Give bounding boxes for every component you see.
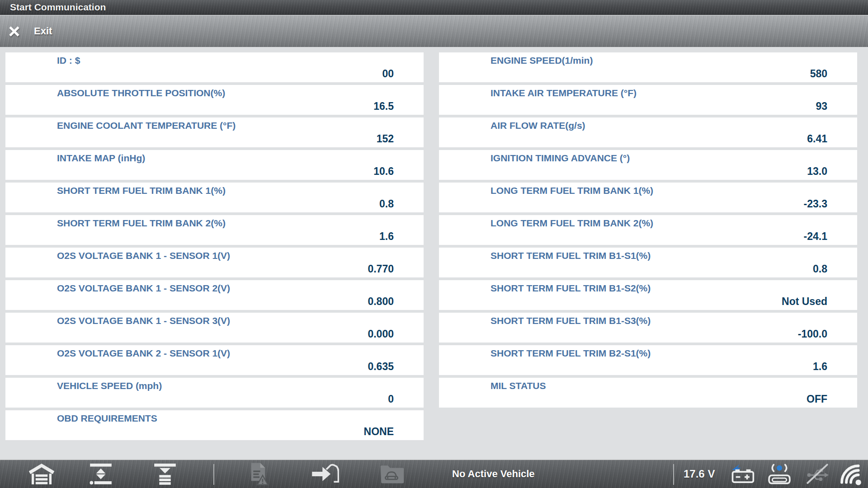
- expand-data-rows-icon: [89, 463, 113, 485]
- title-bar: Start Communication: [0, 0, 868, 15]
- parameter-label: SHORT TERM FUEL TRIM B1-S3(%): [491, 315, 651, 326]
- parameter-value: 0: [388, 393, 394, 405]
- battery-status-button[interactable]: [729, 464, 755, 484]
- toolbar-divider: [213, 464, 214, 485]
- parameter-value: -100.0: [798, 328, 827, 340]
- wifi-signal-icon: [837, 461, 863, 487]
- parameter-label: INTAKE AIR TEMPERATURE (°F): [491, 88, 637, 99]
- parameter-value: 13.0: [807, 165, 827, 178]
- parameter-grid: ID : $ 00 ABSOLUTE THROTTLE POSITION(%) …: [0, 47, 868, 459]
- trouble-codes-document-icon: [248, 462, 269, 486]
- parameter-row[interactable]: O2S VOLTAGE BANK 1 - SENSOR 3(V) 0.000: [5, 313, 424, 343]
- parameter-label: ENGINE COOLANT TEMPERATURE (°F): [57, 120, 236, 131]
- parameter-label: SHORT TERM FUEL TRIM BANK 2(%): [57, 218, 226, 229]
- parameter-row[interactable]: SHORT TERM FUEL TRIM B1-S3(%) -100.0: [439, 313, 857, 343]
- parameter-row[interactable]: ABSOLUTE THROTTLE POSITION(%) 16.5: [5, 85, 424, 115]
- vci-status-button[interactable]: [767, 464, 792, 484]
- parameter-row[interactable]: AIR FLOW RATE(g/s) 6.41: [439, 117, 857, 147]
- parameter-row[interactable]: IGNITION TIMING ADVANCE (°) 13.0: [439, 150, 857, 180]
- parameter-value: 580: [810, 68, 827, 80]
- parameter-value: -23.3: [804, 198, 827, 210]
- parameter-value: 0.635: [368, 361, 394, 373]
- parameter-label: ENGINE SPEED(1/min): [491, 55, 593, 66]
- parameter-label: LONG TERM FUEL TRIM BANK 1(%): [491, 185, 653, 196]
- parameter-value: 0.000: [368, 328, 394, 340]
- parameter-label: O2S VOLTAGE BANK 2 - SENSOR 1(V): [57, 348, 230, 359]
- parameter-label: OBD REQUIREMENTS: [57, 413, 157, 424]
- expand-rows-button[interactable]: [89, 463, 113, 485]
- parameter-label: O2S VOLTAGE BANK 1 - SENSOR 3(V): [57, 315, 230, 326]
- parameter-value: Not Used: [782, 296, 827, 308]
- parameter-row[interactable]: O2S VOLTAGE BANK 1 - SENSOR 2(V) 0.800: [5, 280, 424, 310]
- window-title: Start Communication: [10, 2, 106, 13]
- parameter-row[interactable]: LONG TERM FUEL TRIM BANK 2(%) -24.1: [439, 215, 857, 245]
- active-vehicle-status: No Active Vehicle: [452, 468, 535, 480]
- parameter-value: OFF: [807, 393, 827, 405]
- parameter-row[interactable]: MIL STATUS OFF: [439, 378, 857, 408]
- parameter-label: LONG TERM FUEL TRIM BANK 2(%): [491, 218, 653, 229]
- parameter-row[interactable]: O2S VOLTAGE BANK 1 - SENSOR 1(V) 0.770: [5, 248, 424, 277]
- toolbar-divider: [673, 464, 674, 485]
- parameter-row[interactable]: ENGINE SPEED(1/min) 580: [439, 52, 857, 82]
- parameter-column-left: ID : $ 00 ABSOLUTE THROTTLE POSITION(%) …: [5, 52, 424, 443]
- parameter-value: 1.6: [379, 230, 394, 243]
- parameter-label: SHORT TERM FUEL TRIM B2-S1(%): [491, 348, 651, 359]
- parameter-value: 00: [382, 68, 394, 80]
- parameter-value: 6.41: [807, 133, 827, 145]
- parameter-row[interactable]: ID : $ 00: [5, 52, 424, 82]
- close-icon: [8, 25, 20, 38]
- usb-status-button[interactable]: [805, 463, 830, 485]
- parameter-row[interactable]: O2S VOLTAGE BANK 2 - SENSOR 1(V) 0.635: [5, 345, 424, 375]
- connect-vehicle-button[interactable]: [311, 464, 339, 484]
- exit-button[interactable]: Exit: [0, 15, 63, 47]
- connect-vehicle-arrow-icon: [311, 464, 339, 484]
- collapse-data-list-icon: [153, 463, 177, 485]
- parameter-value: 152: [377, 133, 394, 145]
- parameter-label: ABSOLUTE THROTTLE POSITION(%): [57, 88, 225, 99]
- parameter-value: 1.6: [813, 361, 827, 373]
- parameter-row[interactable]: SHORT TERM FUEL TRIM BANK 1(%) 0.8: [5, 183, 424, 212]
- collapse-list-button[interactable]: [153, 463, 177, 485]
- bottom-toolbar: No Active Vehicle 17.6 V: [0, 459, 868, 488]
- parameter-row[interactable]: SHORT TERM FUEL TRIM B1-S1(%) 0.8: [439, 248, 857, 277]
- parameter-label: VEHICLE SPEED (mph): [57, 380, 162, 391]
- parameter-value: 0.8: [379, 198, 394, 210]
- wifi-status-button[interactable]: [837, 461, 863, 487]
- parameter-row[interactable]: SHORT TERM FUEL TRIM B1-S2(%) Not Used: [439, 280, 857, 310]
- parameter-label: AIR FLOW RATE(g/s): [491, 120, 585, 131]
- parameter-value: 0.770: [368, 263, 394, 275]
- vci-wireless-icon: [767, 464, 792, 484]
- trouble-codes-button[interactable]: [248, 462, 269, 486]
- parameter-row[interactable]: INTAKE AIR TEMPERATURE (°F) 93: [439, 85, 857, 115]
- parameter-row[interactable]: SHORT TERM FUEL TRIM BANK 2(%) 1.6: [5, 215, 424, 245]
- parameter-value: 0.800: [368, 296, 394, 308]
- parameter-label: SHORT TERM FUEL TRIM B1-S1(%): [491, 250, 651, 261]
- parameter-value: 0.8: [813, 263, 827, 275]
- parameter-label: ID : $: [57, 55, 80, 66]
- parameter-value: 10.6: [373, 165, 394, 178]
- parameter-value: 93: [816, 100, 827, 113]
- parameter-value: NONE: [364, 426, 394, 438]
- parameter-label: O2S VOLTAGE BANK 1 - SENSOR 1(V): [57, 250, 230, 261]
- parameter-row[interactable]: ENGINE COOLANT TEMPERATURE (°F) 152: [5, 117, 424, 147]
- parameter-row[interactable]: VEHICLE SPEED (mph) 0: [5, 378, 424, 408]
- parameter-row[interactable]: LONG TERM FUEL TRIM BANK 1(%) -23.3: [439, 183, 857, 212]
- parameter-label: O2S VOLTAGE BANK 1 - SENSOR 2(V): [57, 283, 230, 294]
- parameter-row[interactable]: SHORT TERM FUEL TRIM B2-S1(%) 1.6: [439, 345, 857, 375]
- parameter-label: INTAKE MAP (inHg): [57, 153, 145, 164]
- exit-label: Exit: [34, 25, 52, 37]
- usb-disconnected-icon: [805, 463, 830, 485]
- home-button[interactable]: [28, 463, 55, 485]
- parameter-row[interactable]: INTAKE MAP (inHg) 10.6: [5, 150, 424, 180]
- parameter-column-right: ENGINE SPEED(1/min) 580 INTAKE AIR TEMPE…: [439, 52, 857, 410]
- parameter-label: MIL STATUS: [491, 380, 546, 391]
- parameter-row[interactable]: OBD REQUIREMENTS NONE: [5, 410, 424, 440]
- garage-home-icon: [28, 463, 55, 485]
- parameter-value: 16.5: [373, 100, 394, 113]
- parameter-label: SHORT TERM FUEL TRIM BANK 1(%): [57, 185, 226, 196]
- parameter-value: -24.1: [804, 230, 827, 243]
- parameter-label: SHORT TERM FUEL TRIM B1-S2(%): [491, 283, 651, 294]
- vehicle-records-button[interactable]: [379, 464, 404, 484]
- vehicle-records-folder-icon: [379, 464, 404, 484]
- scan-tool-screen: Start Communication Exit ID : $ 00 ABSOL…: [0, 0, 868, 488]
